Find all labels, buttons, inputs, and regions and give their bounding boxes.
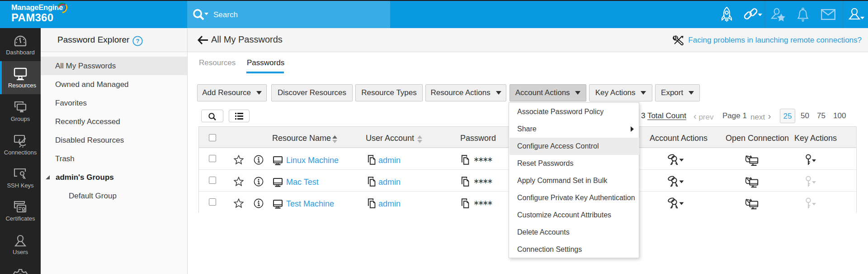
svg-text:?: ? — [136, 38, 140, 44]
